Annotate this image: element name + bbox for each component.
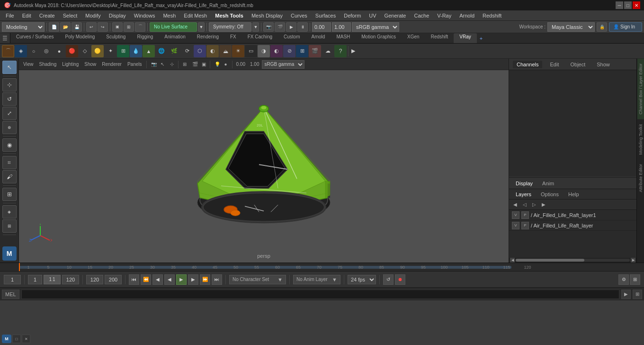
menu-display[interactable]: Display (105, 12, 130, 19)
layer-v-btn-1[interactable]: V (512, 211, 519, 219)
layers-scrollbar[interactable]: ◀ ▶ (509, 258, 636, 263)
menu-modify[interactable]: Modify (81, 12, 104, 19)
tab-sculpting[interactable]: Sculpting (100, 33, 131, 43)
menu-create[interactable]: Create (36, 12, 59, 19)
menu-vray[interactable]: V-Ray (433, 12, 455, 19)
snap-grid-btn2[interactable]: ⊞ (2, 219, 17, 233)
shelf-icon-25[interactable]: 🎬 (309, 45, 321, 57)
tab-mash[interactable]: MASH (331, 33, 356, 43)
options-subtab[interactable]: Options (538, 191, 562, 198)
channel-box-side-tab[interactable]: Channel Box / Layer Editor (637, 59, 644, 119)
object-tab[interactable]: Object (566, 61, 589, 68)
move-tool-button[interactable]: ⊹ (2, 78, 17, 91)
vp-shade-btn[interactable]: ● (222, 61, 230, 68)
mini-task-btn-1[interactable]: □ (12, 335, 21, 343)
mode-dropdown[interactable]: Modeling (2, 22, 45, 32)
shelf-icon-6[interactable]: 🔴 (66, 45, 78, 57)
vp-light-btn[interactable]: 💡 (212, 61, 221, 68)
loop-button[interactable]: ↺ (383, 274, 394, 285)
vp-gate-btn[interactable]: ▣ (199, 61, 208, 68)
close-button[interactable]: ✕ (633, 1, 640, 9)
menu-curves[interactable]: Curves (287, 12, 311, 19)
tab-custom[interactable]: Custom (278, 33, 305, 43)
shelf-icon-14[interactable]: 🌿 (168, 45, 180, 57)
universal-manip-button[interactable]: ⊕ (2, 121, 17, 134)
vp-select-btn[interactable]: ↖ (158, 61, 167, 68)
menu-uv[interactable]: UV (365, 12, 380, 19)
vp-camera-btn[interactable]: 📷 (149, 61, 157, 68)
layers-scroll-right[interactable]: ▶ (631, 258, 635, 263)
new-file-button[interactable]: 📄 (49, 22, 59, 32)
symmetry-dropdown[interactable]: Symmetry: Off (209, 22, 251, 32)
display-tab[interactable]: Display (513, 180, 536, 187)
minimize-button[interactable]: ─ (616, 1, 623, 9)
paint-select-button[interactable]: 🖌 (2, 170, 17, 183)
layers-subtab[interactable]: Layers (513, 191, 534, 198)
shelf-icon-23[interactable]: ⊘ (283, 45, 295, 57)
menu-file[interactable]: File (2, 12, 18, 19)
tab-add[interactable]: + (477, 33, 485, 43)
menu-edit-mesh[interactable]: Edit Mesh (180, 12, 211, 19)
tab-vray[interactable]: VRay (454, 33, 476, 43)
shelf-icon-3[interactable]: ○ (27, 45, 40, 57)
shelf-icon-18[interactable]: ⛰ (219, 45, 232, 57)
fps-dropdown[interactable]: 24 fps (348, 275, 376, 284)
snap-to-grid-button[interactable]: ⊞ (124, 22, 134, 32)
tab-poly-modeling[interactable]: Poly Modeling (59, 33, 100, 43)
cmd-settings-button[interactable]: ⊞ (633, 290, 642, 299)
step-back-button[interactable]: ◀ (152, 274, 163, 285)
menu-mesh-tools[interactable]: Mesh Tools (211, 12, 247, 19)
workspace-dropdown[interactable]: Maya Classic (547, 22, 595, 32)
lasso-select-button[interactable]: ⌗ (2, 156, 17, 169)
shelf-icon-2[interactable]: ◈ (15, 45, 27, 57)
layers-scroll-left[interactable]: ◀ (510, 258, 515, 263)
range-start-input[interactable] (28, 275, 42, 284)
open-file-button[interactable]: 📂 (60, 22, 71, 32)
play-forward-button[interactable]: ▶ (176, 274, 187, 285)
menu-surfaces[interactable]: Surfaces (312, 12, 340, 19)
timeline-playhead[interactable] (19, 263, 20, 271)
renderer-menu-button[interactable]: Renderer (99, 61, 124, 68)
pb-sound-button[interactable]: ⊞ (630, 274, 640, 285)
shelf-icon-12[interactable]: ▲ (143, 45, 155, 57)
tab-curves-surfaces[interactable]: Curves / Surfaces (10, 33, 59, 43)
shelf-icon-11[interactable]: 💧 (130, 45, 142, 57)
step-forward-key-button[interactable]: ⏩ (200, 274, 210, 285)
tab-rendering[interactable]: Rendering (191, 33, 224, 43)
shading-menu-button[interactable]: Shading (37, 61, 59, 68)
shelf-icon-9[interactable]: ✦ (104, 45, 116, 57)
layer-p-btn-1[interactable]: P (521, 211, 529, 219)
menu-generate[interactable]: Generate (381, 12, 410, 19)
tab-motion-graphics[interactable]: Motion Graphics (356, 33, 402, 43)
tab-arnold[interactable]: Arnold (305, 33, 331, 43)
character-set-dropdown[interactable]: No Character Set ▼ (229, 275, 286, 284)
step-forward-button[interactable]: ▶ (188, 274, 198, 285)
pb-settings-button[interactable]: ⚙ (618, 274, 629, 285)
play-backward-button[interactable]: ◀ (164, 274, 175, 285)
mel-label[interactable]: MEL (2, 290, 19, 299)
menu-edit[interactable]: Edit (18, 12, 35, 19)
end-frame-input[interactable] (86, 275, 103, 284)
menu-arnold[interactable]: Arnold (456, 12, 478, 19)
tab-animation[interactable]: Animation (159, 33, 191, 43)
mini-task-btn-2[interactable]: ✕ (22, 335, 30, 343)
shelf-icon-20[interactable]: ▭ (245, 45, 257, 57)
shelf-icon-13[interactable]: 🌐 (155, 45, 168, 57)
show-manip-button[interactable]: ⊞ (2, 188, 17, 201)
layer-nav-right[interactable]: ▶ (539, 200, 548, 209)
goto-start-button[interactable]: ⏮ (129, 274, 139, 285)
shelf-icon-27[interactable]: ? (334, 45, 347, 57)
attribute-editor-side-tab[interactable]: Attribute Editor (637, 159, 644, 197)
layer-v-btn-2[interactable]: V (512, 222, 519, 229)
command-input[interactable] (21, 290, 619, 299)
menu-cache[interactable]: Cache (410, 12, 433, 19)
shelf-icon-22[interactable]: ◐ (270, 45, 283, 57)
view-menu-button[interactable]: View (21, 61, 36, 68)
shelf-icon-8[interactable]: 🟡 (91, 45, 104, 57)
live-surface-dropdown[interactable]: No Live Surface (150, 22, 197, 32)
shelf-scroll-right[interactable]: ▶ (350, 45, 357, 57)
render-btn[interactable]: 🎬 (275, 22, 285, 32)
menu-deform[interactable]: Deform (340, 12, 365, 19)
vp-grid-btn[interactable]: ⊞ (180, 61, 189, 68)
renderer-dropdown[interactable]: sRGB gamma (352, 22, 399, 32)
